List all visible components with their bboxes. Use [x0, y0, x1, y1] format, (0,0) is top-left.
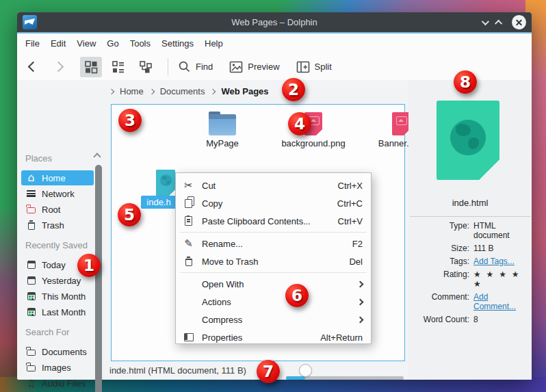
minimize-icon[interactable] [482, 17, 489, 25]
search-for-header: Search For [25, 327, 69, 337]
sidebar-item-documents[interactable]: Documents [21, 344, 94, 359]
chevron-right-icon [148, 88, 154, 94]
wallpaper-left [0, 205, 18, 380]
add-comment-link[interactable]: Add Comment... [473, 292, 530, 311]
shortcut-label: Ctrl+C [337, 198, 363, 209]
globe-icon [450, 120, 486, 155]
rating-stars[interactable]: ★ ★ ★ ★ ★ [473, 270, 530, 289]
shortcut-label: F2 [352, 239, 363, 249]
shortcut-label: Del [349, 257, 363, 267]
split-button[interactable]: Split [296, 61, 332, 73]
menu-item-move-to-trash[interactable]: Move to Trash Del [176, 252, 371, 270]
sidebar-item-label: Today [42, 260, 66, 270]
breadcrumb-home[interactable]: Home [120, 86, 144, 96]
annotation-badge-4: 4 [288, 112, 311, 135]
menu-item-cut[interactable]: ✂ Cut Ctrl+X [176, 177, 371, 194]
size-label: Size: [408, 244, 469, 253]
menu-item-paste[interactable]: Paste Clipboard Contents... Ctrl+V [176, 212, 371, 230]
sidebar-item-home[interactable]: Home [21, 170, 94, 185]
menu-file[interactable]: File [25, 37, 40, 50]
collapse-places-icon[interactable] [93, 153, 101, 160]
breadcrumb: Home Documents Web Pages [109, 80, 405, 103]
menu-item-label: Properties [202, 332, 320, 343]
forward-icon[interactable] [53, 62, 64, 73]
word-count-value: 8 [473, 315, 530, 324]
back-icon[interactable] [28, 62, 39, 73]
submenu-arrow-icon [357, 298, 364, 305]
file-tile-mypage[interactable]: MyPage [185, 112, 260, 148]
annotation-badge-5: 5 [118, 203, 141, 226]
zoom-slider-fill [286, 376, 305, 380]
menu-item-label: Actions [202, 297, 358, 307]
preview-button[interactable]: Preview [229, 61, 279, 73]
annotation-badge-1: 1 [77, 254, 101, 277]
menu-edit[interactable]: Edit [51, 37, 66, 50]
breadcrumb-current[interactable]: Web Pages [221, 86, 268, 96]
menu-bar: File Edit View Go Tools Settings Help [17, 34, 532, 53]
search-icon [178, 60, 191, 73]
menu-item-label: Cut [202, 181, 338, 191]
menu-help[interactable]: Help [205, 37, 223, 50]
menu-tools[interactable]: Tools [130, 37, 151, 50]
file-name: MyPage [206, 138, 239, 148]
menu-settings[interactable]: Settings [161, 37, 194, 50]
sidebar-item-label: Last Month [42, 307, 86, 317]
menu-item-copy[interactable]: Copy Ctrl+C [176, 194, 371, 212]
sidebar-item-label: Root [42, 205, 60, 215]
window-title: Web Pages – Dolphin [17, 17, 532, 27]
sidebar-item-label: Documents [42, 347, 87, 357]
scissors-icon: ✂ [183, 180, 194, 192]
menu-item-compress[interactable]: Compress [176, 311, 371, 328]
menu-item-label: Move to Trash [202, 257, 349, 267]
details-view-button[interactable] [135, 57, 157, 77]
preview-icon [229, 61, 243, 73]
recently-saved-header: Recently Saved [25, 240, 88, 250]
menu-view[interactable]: View [77, 37, 96, 50]
sidebar-item-root[interactable]: Root [21, 202, 94, 217]
breadcrumb-documents[interactable]: Documents [160, 86, 205, 96]
chevron-right-icon [109, 88, 114, 94]
calendar-icon [27, 276, 36, 285]
menu-go[interactable]: Go [107, 37, 118, 50]
calendar-icon [27, 292, 36, 300]
context-menu: ✂ Cut Ctrl+X Copy Ctrl+C Paste Clipboard… [175, 172, 372, 344]
sidebar-item-last-month[interactable]: Last Month [21, 304, 94, 319]
divider [410, 216, 530, 217]
find-button[interactable]: Find [178, 60, 213, 73]
copy-icon [185, 199, 192, 208]
status-text: inde.html (HTML document, 111 B) [109, 365, 246, 376]
menu-item-actions[interactable]: Actions [176, 293, 371, 311]
folder-icon [27, 350, 36, 356]
file-name: background.png [281, 138, 345, 148]
trash-icon [185, 259, 192, 266]
file-tile-inde-html[interactable] [156, 170, 175, 197]
sidebar-item-this-month[interactable]: This Month [21, 289, 94, 304]
sidebar-item-network[interactable]: Network [21, 186, 94, 201]
sidebar-item-label: Network [42, 189, 75, 199]
maximize-icon[interactable] [495, 19, 502, 27]
chevron-right-icon [210, 88, 216, 94]
menu-item-label: Paste Clipboard Contents... [202, 216, 338, 226]
comment-label: Comment: [408, 292, 469, 311]
menu-item-rename[interactable]: ✎ Rename... F2 [176, 235, 371, 252]
zoom-slider-handle[interactable] [299, 364, 312, 377]
file-tile-background[interactable]: background.png [276, 112, 351, 148]
sidebar-item-trash[interactable]: Trash [21, 218, 94, 233]
compact-view-button[interactable] [107, 57, 129, 77]
add-tags-link[interactable]: Add Tags... [473, 257, 530, 266]
menu-item-properties[interactable]: Properties Alt+Return [176, 328, 371, 346]
split-label: Split [315, 62, 332, 72]
image-file-icon [392, 112, 410, 135]
find-label: Find [196, 62, 213, 72]
vertical-scrollbar-thumb[interactable] [95, 165, 102, 392]
sidebar-item-label: Yesterday [42, 276, 81, 286]
titlebar[interactable]: Web Pages – Dolphin [17, 12, 532, 32]
pencil-icon: ✎ [183, 238, 194, 250]
split-icon [296, 61, 310, 73]
places-panel: Places Home Network Root Trash Recently … [17, 80, 109, 380]
menu-item-label: Compress [202, 315, 358, 325]
icons-view-button[interactable] [80, 57, 102, 77]
menu-item-open-with[interactable]: Open With [176, 275, 371, 293]
calendar-icon [27, 261, 36, 269]
close-icon[interactable] [512, 15, 526, 29]
